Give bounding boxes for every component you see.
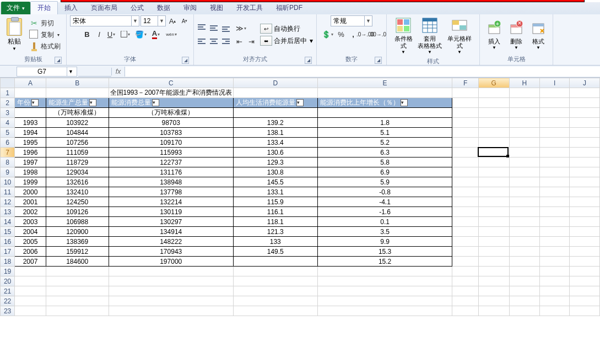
column-header[interactable]: C: [109, 78, 233, 88]
row-header[interactable]: 13: [1, 207, 15, 217]
chevron-down-icon[interactable]: ▼: [158, 16, 165, 26]
cell[interactable]: 129.3: [233, 157, 317, 167]
cell[interactable]: [539, 267, 569, 276]
cell[interactable]: 159912: [46, 247, 109, 257]
cell[interactable]: [539, 157, 569, 167]
tab-file[interactable]: 文件: [1, 2, 30, 14]
cell[interactable]: [478, 286, 509, 296]
name-box[interactable]: ▼: [17, 67, 77, 77]
cell[interactable]: 184600: [46, 257, 109, 267]
column-header[interactable]: J: [570, 78, 600, 88]
cell[interactable]: [233, 257, 317, 267]
cell[interactable]: 137798: [109, 187, 233, 197]
cell[interactable]: 145.5: [233, 177, 317, 187]
increase-font-button[interactable]: A▴: [167, 15, 178, 26]
cell[interactable]: [570, 88, 600, 98]
tab-review[interactable]: 审阅: [177, 2, 203, 14]
cell[interactable]: 132616: [46, 177, 109, 187]
fill-color-button[interactable]: 🪣▾: [133, 29, 148, 40]
decrease-decimal-button[interactable]: .00→.0: [372, 29, 383, 40]
cell[interactable]: （万吨标准煤）: [109, 108, 233, 118]
cell[interactable]: -4.1: [317, 197, 452, 207]
insert-cells-button[interactable]: +插入▼: [483, 18, 505, 52]
cell[interactable]: [452, 207, 479, 217]
cell[interactable]: [539, 227, 569, 237]
cell[interactable]: 1.8: [317, 118, 452, 128]
cell[interactable]: 1999: [15, 177, 46, 187]
filter-button[interactable]: ▾: [89, 99, 96, 106]
cell[interactable]: [233, 267, 317, 276]
cell[interactable]: [509, 306, 539, 316]
cell[interactable]: [570, 197, 600, 207]
align-top-button[interactable]: [197, 23, 208, 34]
filter-button[interactable]: ▾: [31, 99, 39, 106]
cell[interactable]: [478, 118, 509, 128]
tab-home[interactable]: 开始: [30, 1, 58, 14]
row-header[interactable]: 9: [1, 167, 15, 177]
cell[interactable]: [452, 138, 479, 148]
name-box-input[interactable]: [17, 68, 67, 75]
cell[interactable]: 9.9: [317, 237, 452, 247]
cell[interactable]: 98703: [109, 118, 233, 128]
cell[interactable]: 118.1: [233, 217, 317, 227]
cell[interactable]: 115993: [109, 148, 233, 157]
cell[interactable]: 139.2: [233, 118, 317, 128]
cell[interactable]: [317, 88, 452, 98]
cell[interactable]: [509, 138, 539, 148]
cell[interactable]: 2004: [15, 227, 46, 237]
cell[interactable]: [317, 286, 452, 296]
cut-button[interactable]: ✂剪切: [28, 18, 63, 29]
cell[interactable]: 120900: [46, 227, 109, 237]
cell[interactable]: 2000: [15, 187, 46, 197]
tab-foxit-pdf[interactable]: 福昕PDF: [269, 2, 309, 14]
cell[interactable]: 1993: [15, 118, 46, 128]
cell[interactable]: 全国1993－2007年能源生产和消费情况表: [109, 88, 233, 98]
cell[interactable]: [509, 276, 539, 286]
cell[interactable]: [317, 108, 452, 118]
cell[interactable]: 124250: [46, 197, 109, 207]
cell[interactable]: [452, 286, 479, 296]
cell[interactable]: 116.1: [233, 207, 317, 217]
font-color-button[interactable]: A▾: [149, 29, 163, 40]
cell[interactable]: 149.5: [233, 247, 317, 257]
cell[interactable]: 1997: [15, 157, 46, 167]
cell[interactable]: [452, 267, 479, 276]
cell[interactable]: [452, 128, 479, 138]
cell[interactable]: [539, 197, 569, 207]
cell[interactable]: 2001: [15, 197, 46, 207]
number-dialog-launcher[interactable]: ◢: [375, 57, 382, 64]
cell[interactable]: [509, 177, 539, 187]
cell[interactable]: 107256: [46, 138, 109, 148]
cell[interactable]: 118729: [46, 157, 109, 167]
cell[interactable]: [478, 177, 509, 187]
cell[interactable]: [539, 296, 569, 306]
cell[interactable]: [452, 148, 479, 157]
cell[interactable]: [478, 98, 509, 108]
cell[interactable]: （万吨标准煤）: [46, 108, 109, 118]
cell[interactable]: 5.9: [317, 177, 452, 187]
cell[interactable]: 111059: [46, 148, 109, 157]
cell[interactable]: [478, 217, 509, 227]
cell[interactable]: [570, 157, 600, 167]
tab-formula[interactable]: 公式: [124, 2, 150, 14]
cell[interactable]: [539, 128, 569, 138]
cell[interactable]: [509, 217, 539, 227]
cell[interactable]: 129034: [46, 167, 109, 177]
cell[interactable]: [509, 197, 539, 207]
cell[interactable]: 133.1: [233, 187, 317, 197]
cell[interactable]: [46, 306, 109, 316]
row-header[interactable]: 2: [1, 98, 15, 108]
cell[interactable]: [109, 276, 233, 286]
format-cells-button[interactable]: 格式▼: [527, 18, 549, 52]
cell[interactable]: 104844: [46, 128, 109, 138]
font-dialog-launcher[interactable]: ◢: [182, 57, 189, 64]
paste-button[interactable]: 粘贴 ▼: [3, 18, 25, 51]
cell[interactable]: [452, 197, 479, 207]
cell[interactable]: [317, 276, 452, 286]
row-header[interactable]: 21: [1, 286, 15, 296]
border-button[interactable]: ▾: [118, 29, 132, 40]
cell[interactable]: 1995: [15, 138, 46, 148]
cell[interactable]: [233, 276, 317, 286]
cell[interactable]: [509, 98, 539, 108]
cell[interactable]: 109170: [109, 138, 233, 148]
